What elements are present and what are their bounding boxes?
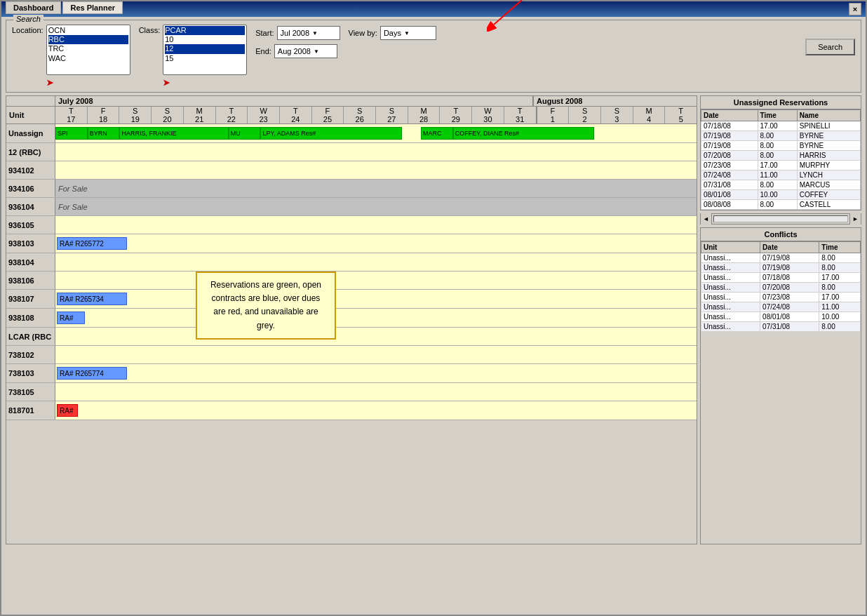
unit-cell-938103: 938103 (6, 234, 55, 253)
unit-cell-12rbc: 12 (RBC) (6, 143, 55, 161)
res-bar[interactable]: MU (229, 127, 261, 140)
cell-date: 07/19/08 (760, 253, 819, 263)
list-item[interactable]: Unassi...07/24/0811.00 (701, 302, 861, 312)
cell-name: SPINELLI (797, 121, 860, 131)
cell-time: 8.00 (758, 131, 797, 141)
table-row: 938103 RA# R265772 (6, 234, 697, 253)
unit-cell-938106: 938106 (6, 272, 55, 289)
scroll-right-button[interactable]: ► (849, 213, 861, 225)
class-listbox[interactable]: PCAR 10 12 15 (163, 25, 247, 75)
row-cells-lcar (55, 328, 697, 345)
list-item[interactable]: Unassi...07/23/0817.00 (701, 293, 861, 302)
table-row: 938107 RA# R265734 (6, 290, 697, 309)
location-label: Location: (12, 26, 43, 34)
month-august: August 2008 (534, 96, 697, 106)
class-label: Class: (139, 26, 161, 34)
unit-cell-938104: 938104 (6, 253, 55, 271)
res-bar-blue[interactable]: RA# R265772 (57, 237, 127, 250)
unit-cell-934102: 934102 (6, 161, 55, 179)
scroll-track (713, 215, 848, 222)
list-item[interactable]: Unassi...07/18/0817.00 (701, 273, 861, 283)
list-item[interactable]: Unassi...07/19/088.00 (701, 253, 861, 263)
tab-dashboard[interactable]: Dashboard (6, 1, 61, 14)
unit-cell-938107: 938107 (6, 290, 55, 308)
cell-unit: Unassi... (701, 273, 760, 283)
conflicts-panel: Conflicts Unit Date Time Unassi...07/19/… (700, 227, 861, 544)
cell-unit: Unassi... (701, 263, 760, 273)
cell-name: BYRNE (797, 131, 860, 141)
end-dropdown[interactable]: Aug 2008 ▼ (274, 44, 337, 58)
table-row: LCAR (RBC (6, 328, 697, 346)
unassigned-reservations-title: Unassigned Reservations (701, 96, 861, 109)
list-item[interactable]: Unassi...07/31/088.00 (701, 322, 861, 332)
list-item[interactable]: 07/23/0817.00MURPHY (701, 161, 861, 170)
cell-date: 07/24/08 (701, 170, 758, 180)
row-cells-738103: RA# R265774 (55, 364, 697, 382)
res-bar-red[interactable]: RA# (57, 404, 78, 417)
location-arrow-icon: ➤ (46, 78, 53, 88)
list-item[interactable]: Unassi...07/20/088.00 (701, 283, 861, 293)
close-button[interactable]: × (849, 3, 861, 15)
res-bar[interactable]: MARC (421, 127, 453, 140)
list-item[interactable]: Unassi...07/19/088.00 (701, 263, 861, 273)
res-bar[interactable]: HARRIS, FRANKIE (119, 127, 228, 140)
list-item[interactable]: 07/19/088.00BYRNE (701, 131, 861, 141)
row-cells-938106: Reservations are green, open contracts a… (55, 272, 697, 289)
table-row: 938106 Reservations are green, open cont… (6, 272, 697, 290)
day-T29: T29 (440, 107, 472, 123)
cell-time: 8.00 (758, 141, 797, 151)
list-item[interactable]: Unassi...08/01/0810.00 (701, 312, 861, 322)
cell-unit: Unassi... (701, 312, 760, 322)
cell-date: 07/18/08 (760, 273, 819, 283)
search-button[interactable]: Search (805, 39, 855, 55)
res-bar-blue[interactable]: RA# R265734 (57, 293, 127, 305)
row-cells-938103: RA# R265772 (55, 234, 697, 253)
list-item[interactable]: 07/20/088.00HARRIS (701, 151, 861, 161)
cell-name: LYNCH (797, 170, 860, 180)
cell-unit: Unassi... (701, 283, 760, 293)
list-item[interactable]: 08/01/0810.00COFFEY (701, 190, 861, 200)
scroll-left-button[interactable]: ◄ (701, 213, 712, 225)
list-item[interactable]: 07/19/088.00BYRNE (701, 141, 861, 151)
viewby-arrow-icon: ▼ (404, 30, 410, 36)
list-item[interactable]: 08/08/088.00CASTELL (701, 200, 861, 210)
start-dropdown[interactable]: Jul 2008 ▼ (277, 26, 340, 40)
cell-date: 07/19/08 (701, 131, 758, 141)
tab-res-planner[interactable]: Res Planner (62, 1, 123, 14)
row-cells-818701: RA# (55, 401, 697, 420)
title-bar: Dashboard Res Planner × (1, 1, 866, 17)
cell-date: 07/23/08 (760, 293, 819, 302)
res-bar[interactable]: COFFEY, DIANE Res# (453, 127, 594, 140)
main-window: Dashboard Res Planner × Search Location:… (0, 0, 867, 616)
grid-area: July 2008 August 2008 Unit T17 F18 S19 S… (6, 95, 697, 544)
viewby-dropdown[interactable]: Days ▼ (380, 26, 436, 40)
res-bar-blue[interactable]: RA# R265774 (57, 367, 127, 380)
row-forsale-936104: For Sale (55, 198, 697, 215)
class-group: Class: PCAR 10 12 15 ➤ (139, 25, 248, 88)
res-bar[interactable]: BYRN (88, 127, 120, 140)
res-bar[interactable]: SPI (55, 127, 88, 140)
horizontal-scrollbar[interactable]: ◄ ► (700, 213, 861, 225)
location-listbox[interactable]: OCN RBC TRC WAC (46, 25, 130, 75)
cell-date: 07/23/08 (701, 161, 758, 170)
start-value: Jul 2008 (281, 29, 310, 37)
end-arrow-icon: ▼ (314, 48, 319, 55)
day-T24: T24 (280, 107, 312, 123)
col-time: Time (758, 110, 797, 121)
table-row: 938104 (6, 253, 697, 272)
cell-date: 07/19/08 (760, 263, 819, 273)
day-M21: M21 (184, 107, 216, 123)
list-item[interactable]: 07/18/0817.00SPINELLI (701, 121, 861, 131)
list-item[interactable]: 07/24/0811.00LYNCH (701, 170, 861, 180)
col-date: Date (760, 242, 819, 253)
cell-name: HARRIS (797, 151, 860, 161)
list-item[interactable]: 07/31/088.00MARCUS (701, 180, 861, 190)
res-bar[interactable]: LPY, ADAMS Res# (260, 127, 401, 140)
row-cells-936105 (55, 216, 697, 234)
col-name: Name (797, 110, 860, 121)
start-arrow-icon: ▼ (312, 30, 318, 36)
day-S20: S20 (152, 107, 184, 123)
res-bar-blue[interactable]: RA# (57, 312, 85, 324)
row-cells-12rbc (55, 143, 697, 161)
row-forsale-934106: For Sale (55, 180, 697, 197)
